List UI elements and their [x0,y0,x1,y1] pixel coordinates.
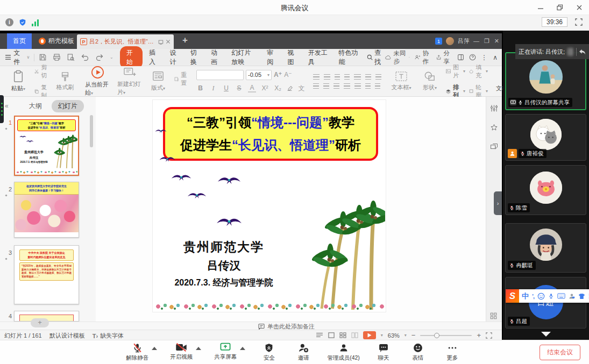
manage-members-button[interactable]: 管理成员(42) [327,342,360,362]
sidebar-scrollbar[interactable] [90,115,93,147]
slide-thumbnail-2[interactable]: 祝贺贵州师范大学经济学院研究生同学们身体健康！学习愉快！ [14,182,79,238]
unmute-button[interactable]: 解除静音 [126,342,148,362]
align-center-icon[interactable] [323,83,329,89]
increase-font-button[interactable]: A⁺ [274,71,282,78]
expand-panel-tab[interactable]: › [494,191,502,215]
more-menu-icon[interactable]: ⋮ [481,54,488,61]
grid-view-icon[interactable] [490,312,497,319]
reset-button[interactable]: 重置 [174,71,189,87]
zoom-slider-knob[interactable] [434,333,439,338]
clear-format-icon[interactable] [287,85,293,91]
menu-transition[interactable]: 切换 [185,47,205,68]
align-right-icon[interactable] [333,83,339,89]
justify-icon[interactable] [344,83,350,89]
wps-minimize-icon[interactable]: — [473,38,479,45]
restore-icon[interactable] [557,4,563,11]
sync-status[interactable]: 未同步· [385,49,410,66]
menu-animation[interactable]: 动画 [205,47,226,68]
fullscreen-icon[interactable] [575,18,583,26]
tab-docer[interactable]: 稻壳模板 [34,33,79,49]
chat-button[interactable]: 聊天 [373,342,394,362]
participant-tile[interactable]: 陈雪 [505,165,586,215]
para-spacing-icon[interactable] [365,83,371,89]
print-preview-icon[interactable] [67,53,75,61]
font-color-button[interactable]: A [248,84,256,92]
picture-button[interactable]: 图片▾ [446,63,465,80]
mic-options-caret[interactable] [152,347,157,350]
menu-slideshow[interactable]: 幻灯片放映 [226,47,261,68]
collaborate-button[interactable]: 协作 [415,49,431,66]
slideshow-play-button[interactable] [363,331,376,339]
scroll-down-participants[interactable] [541,332,551,337]
undo-icon[interactable] [81,54,89,61]
add-slide-button[interactable]: + [31,318,49,327]
menu-features[interactable]: 特色功能 [333,47,364,68]
subscript-button[interactable]: X₂ [274,84,282,92]
help-icon[interactable] [469,54,476,61]
menu-insert[interactable]: 插入 [144,47,164,68]
bold-button[interactable]: B [196,84,204,92]
ime-language-mode[interactable]: 中 [522,291,529,301]
menu-view[interactable]: 视图 [282,47,302,68]
line-spacing-icon[interactable] [365,74,371,80]
align-left-icon[interactable] [313,83,319,89]
play-from-current-button[interactable]: 从当前开始▾ [85,66,110,97]
close-icon[interactable] [576,4,583,11]
wps-close-icon[interactable]: ✕ [494,38,499,45]
collapse-sidebar-icon[interactable]: « [5,102,9,110]
wps-account-avatar[interactable] [446,37,454,45]
para-indent-icon[interactable] [375,83,380,89]
end-meeting-button[interactable]: 结束会议 [540,345,580,360]
new-tab-button[interactable]: + [182,35,188,46]
file-menu[interactable]: 文件∨ [5,48,30,67]
decrease-indent-icon[interactable] [335,74,340,80]
zoom-slider[interactable] [420,335,472,336]
numbered-list-icon[interactable] [324,74,330,80]
qat-dropdown-icon[interactable]: ⌄ [110,55,113,60]
meeting-info-icon[interactable]: i [5,18,13,26]
design-template[interactable]: 默认设计模板 [49,332,85,340]
phonetic-guide-button[interactable]: 文 [297,84,306,93]
minimize-icon[interactable] [537,4,544,11]
network-shield-icon[interactable] [19,18,26,26]
missing-font-indicator[interactable]: T› 缺失字体 [93,332,124,340]
transition-pane-icon[interactable] [490,143,498,151]
zoom-in-button[interactable]: + [477,331,481,339]
zoom-level[interactable]: 63% [388,332,400,339]
save-icon[interactable] [39,53,47,61]
slide-thumbnail-3[interactable]: 中共中央 国务院 关于全面深化新时代教师队伍建设改革的意见 “到2035年，教师… [14,245,79,304]
tab-slides[interactable]: 幻灯片 [52,100,84,112]
tab-home[interactable]: 首页 [7,33,32,49]
notification-badge[interactable]: 1 [435,38,442,45]
format-painter-button[interactable]: 格式刷 [53,71,77,91]
increase-indent-icon[interactable] [344,74,350,80]
fit-slide-icon[interactable] [486,332,492,339]
participant-tile[interactable]: 唐裕俊 [505,114,586,161]
redo-icon[interactable] [95,54,104,61]
shapes-button[interactable]: 形状▾ [417,71,442,91]
slide-thumbnail-1[interactable]: “三教”引领“情境---问题”教学 促进学生“长见识、悟道理”研析 贵州师范大学… [14,116,79,176]
participant-tile[interactable]: 冉麒珽 [505,223,586,273]
bullet-list-icon[interactable] [313,74,320,80]
new-slide-button[interactable]: 新建幻灯片▾ [117,67,142,96]
find-button[interactable]: 查找 [367,48,385,67]
ime-account-icon[interactable] [569,293,575,299]
more-button[interactable]: 更多 [442,342,463,362]
pin-panel-icon[interactable] [457,54,464,61]
strikethrough-button[interactable]: S [235,84,243,92]
columns-icon[interactable] [354,74,361,80]
layout-button[interactable]: 版式▾ [146,70,171,92]
start-video-button[interactable]: 开启视频 [170,342,193,361]
close-document-icon[interactable] [166,39,171,44]
collapse-ribbon-icon[interactable]: ∧ [493,54,498,61]
animation-pane-icon[interactable] [490,124,498,132]
participant-tile[interactable]: 吕超 吕超 [505,277,586,329]
ime-punctuation-mode[interactable]: ’, [532,293,534,299]
reading-view-icon[interactable] [351,332,358,338]
paste-button[interactable]: 粘贴▾ [6,70,31,92]
wps-account-name[interactable]: 吕萍 [458,37,470,45]
text-direction-icon[interactable] [375,74,381,80]
signal-strength-icon[interactable] [32,19,39,26]
pin-window-icon[interactable] [158,39,164,45]
wps-restore-icon[interactable]: ❐ [484,38,489,45]
